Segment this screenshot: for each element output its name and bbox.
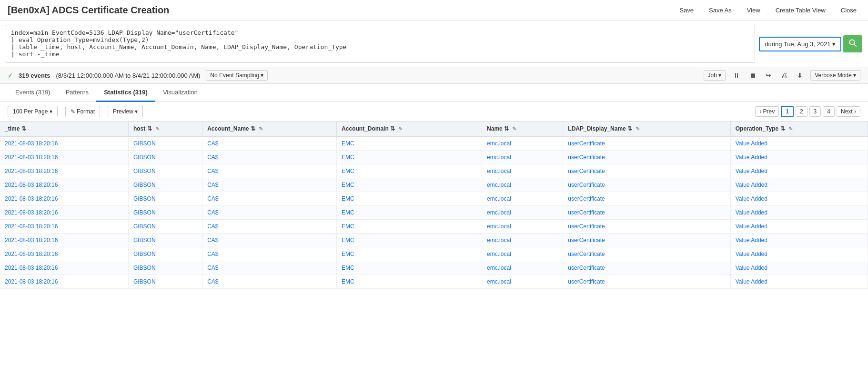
table-row[interactable]: 2021-08-03 18:20:16 GIBSON CA$ EMC emc.l…	[0, 136, 868, 151]
tab-events[interactable]: Events (319)	[8, 84, 58, 102]
table-row[interactable]: 2021-08-03 18:20:16 GIBSON CA$ EMC emc.l…	[0, 151, 868, 164]
query-bar: during Tue, Aug 3, 2021 ▾	[0, 21, 868, 67]
next-page-button[interactable]: Next ›	[837, 106, 860, 117]
stop-button[interactable]: ⏹	[747, 71, 758, 80]
col-header-account-name[interactable]: Account_Name ⇅ ✎	[202, 122, 337, 136]
cell-operation-type: Value Added	[730, 247, 868, 261]
cell-operation-type: Value Added	[730, 164, 868, 178]
cell-name: emc.local	[482, 192, 563, 206]
cell-host: GIBSON	[128, 164, 202, 178]
col-header-ldap[interactable]: LDAP_Display_Name ⇅ ✎	[563, 122, 730, 136]
job-button[interactable]: Job ▾	[704, 70, 726, 81]
cell-account-domain: EMC	[337, 164, 482, 178]
cell-ldap-display-name: userCertificate	[563, 164, 730, 178]
close-button[interactable]: Close	[837, 5, 860, 16]
cell-name: emc.local	[482, 136, 563, 151]
table-row[interactable]: 2021-08-03 18:20:16 GIBSON CA$ EMC emc.l…	[0, 220, 868, 234]
table-row[interactable]: 2021-08-03 18:20:16 GIBSON CA$ EMC emc.l…	[0, 192, 868, 206]
edit-operation-icon[interactable]: ✎	[788, 126, 793, 132]
download-button[interactable]: ⬇	[795, 71, 805, 80]
col-header-time[interactable]: _time ⇅	[0, 122, 128, 136]
cell-host: GIBSON	[128, 234, 202, 247]
print-button[interactable]: 🖨	[779, 71, 789, 80]
svg-line-1	[854, 44, 857, 47]
cell-account-name: CA$	[202, 220, 337, 234]
tab-patterns[interactable]: Patterns	[58, 84, 96, 102]
time-picker[interactable]: during Tue, Aug 3, 2021 ▾	[759, 37, 841, 51]
query-right: during Tue, Aug 3, 2021 ▾	[759, 25, 862, 63]
page-4-button[interactable]: 4	[823, 106, 835, 117]
tab-visualization[interactable]: Visualization	[155, 84, 205, 102]
verbose-mode-button[interactable]: Verbose Mode ▾	[810, 70, 860, 81]
cell-ldap-display-name: userCertificate	[563, 192, 730, 206]
view-button[interactable]: View	[743, 5, 764, 16]
cell-account-domain: EMC	[337, 178, 482, 192]
data-table: _time ⇅ host ⇅ ✎ Account_Name ⇅ ✎ Accoun…	[0, 122, 868, 289]
pause-button[interactable]: ⏸	[731, 71, 742, 80]
cell-name: emc.local	[482, 220, 563, 234]
share-button[interactable]: ↪	[764, 71, 773, 80]
col-account-name-label: Account_Name ⇅	[207, 125, 255, 132]
cell-time: 2021-08-03 18:20:16	[0, 275, 128, 289]
status-bar: ✓ 319 events (8/3/21 12:00:00.000 AM to …	[0, 67, 868, 84]
cell-operation-type: Value Added	[730, 275, 868, 289]
col-header-operation[interactable]: Operation_Type ⇅ ✎	[730, 122, 868, 136]
page-title: [Ben0xA] ADCS Certificate Creation	[8, 5, 169, 16]
edit-name-icon[interactable]: ✎	[512, 126, 516, 132]
cell-account-name: CA$	[202, 234, 337, 247]
create-table-view-button[interactable]: Create Table View	[772, 5, 829, 16]
edit-account-domain-icon[interactable]: ✎	[398, 126, 403, 132]
preview-button[interactable]: Preview ▾	[108, 106, 143, 117]
page-3-button[interactable]: 3	[809, 106, 821, 117]
table-row[interactable]: 2021-08-03 18:20:16 GIBSON CA$ EMC emc.l…	[0, 247, 868, 261]
page-1-button[interactable]: 1	[781, 106, 794, 117]
page-2-button[interactable]: 2	[796, 106, 807, 117]
cell-time: 2021-08-03 18:20:16	[0, 151, 128, 164]
col-header-name[interactable]: Name ⇅ ✎	[482, 122, 563, 136]
table-row[interactable]: 2021-08-03 18:20:16 GIBSON CA$ EMC emc.l…	[0, 164, 868, 178]
save-button[interactable]: Save	[676, 5, 697, 16]
cell-ldap-display-name: userCertificate	[563, 136, 730, 151]
col-host-label: host ⇅	[133, 125, 152, 132]
cell-account-domain: EMC	[337, 261, 482, 275]
query-input[interactable]	[6, 25, 755, 63]
table-row[interactable]: 2021-08-03 18:20:16 GIBSON CA$ EMC emc.l…	[0, 275, 868, 289]
edit-ldap-icon[interactable]: ✎	[636, 126, 640, 132]
cell-operation-type: Value Added	[730, 206, 868, 220]
cell-host: GIBSON	[128, 136, 202, 151]
col-operation-label: Operation_Type ⇅	[736, 125, 785, 132]
edit-account-name-icon[interactable]: ✎	[259, 126, 263, 132]
cell-operation-type: Value Added	[730, 220, 868, 234]
col-name-label: Name ⇅	[487, 125, 509, 132]
col-time-label: _time ⇅	[5, 125, 26, 132]
cell-account-domain: EMC	[337, 192, 482, 206]
tab-statistics[interactable]: Statistics (319)	[96, 84, 155, 102]
cell-host: GIBSON	[128, 178, 202, 192]
cell-time: 2021-08-03 18:20:16	[0, 136, 128, 151]
search-icon	[849, 39, 857, 47]
search-button[interactable]	[843, 35, 862, 52]
col-header-account-domain[interactable]: Account_Domain ⇅ ✎	[337, 122, 482, 136]
col-header-host[interactable]: host ⇅ ✎	[128, 122, 202, 136]
prev-page-button[interactable]: ‹ Prev	[755, 106, 779, 117]
cell-account-name: CA$	[202, 136, 337, 151]
cell-account-name: CA$	[202, 192, 337, 206]
cell-account-domain: EMC	[337, 206, 482, 220]
per-page-button[interactable]: 100 Per Page ▾	[8, 106, 58, 117]
sampling-button[interactable]: No Event Sampling ▾	[206, 70, 268, 81]
cell-account-domain: EMC	[337, 234, 482, 247]
cell-account-name: CA$	[202, 275, 337, 289]
cell-host: GIBSON	[128, 192, 202, 206]
cell-name: emc.local	[482, 206, 563, 220]
save-as-button[interactable]: Save As	[705, 5, 736, 16]
table-row[interactable]: 2021-08-03 18:20:16 GIBSON CA$ EMC emc.l…	[0, 206, 868, 220]
table-row[interactable]: 2021-08-03 18:20:16 GIBSON CA$ EMC emc.l…	[0, 261, 868, 275]
table-row[interactable]: 2021-08-03 18:20:16 GIBSON CA$ EMC emc.l…	[0, 234, 868, 247]
status-range: (8/3/21 12:00:00.000 AM to 8/4/21 12:00:…	[56, 72, 201, 79]
format-button[interactable]: ✎ Format	[65, 106, 100, 117]
cell-ldap-display-name: userCertificate	[563, 275, 730, 289]
status-check-icon: ✓	[8, 72, 13, 79]
table-row[interactable]: 2021-08-03 18:20:16 GIBSON CA$ EMC emc.l…	[0, 178, 868, 192]
cell-operation-type: Value Added	[730, 136, 868, 151]
edit-host-icon[interactable]: ✎	[155, 126, 160, 132]
